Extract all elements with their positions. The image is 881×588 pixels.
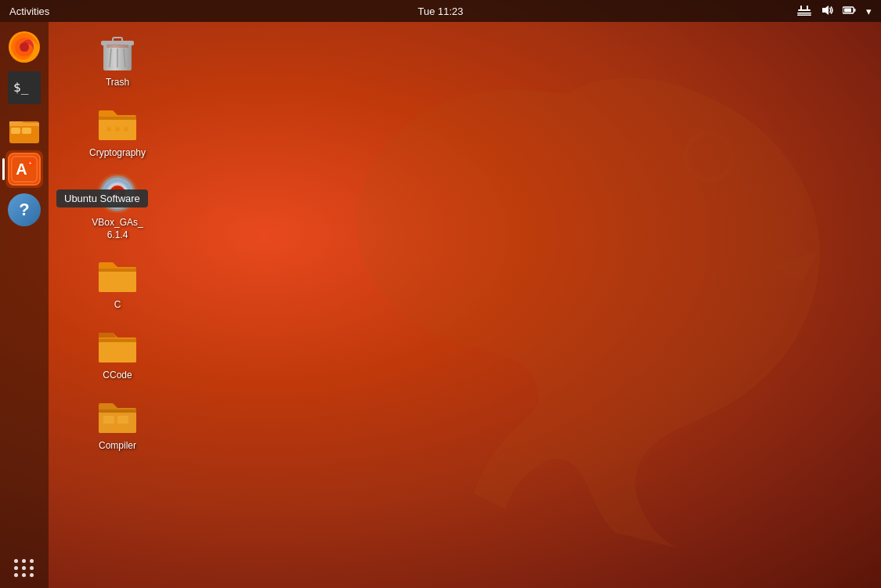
ubuntu-software-icon: A + [8,153,41,186]
battery-icon[interactable] [839,4,860,19]
svg-rect-16 [9,123,39,126]
trash-label: Trash [106,77,129,89]
compiler-folder-icon-item[interactable]: Compiler [78,391,157,457]
svg-rect-17 [11,128,20,134]
vbox-gas-icon-item[interactable]: VBox_GAs_6.1.4 [78,168,157,246]
trash-icon-item[interactable]: Trash [78,28,157,94]
svg-rect-2 [800,5,802,10]
svg-rect-3 [807,5,808,10]
svg-rect-1 [798,9,811,11]
svg-point-32 [107,127,111,132]
svg-rect-9 [854,9,856,12]
ccode-folder-icon-image [97,326,138,366]
volume-icon[interactable] [818,3,836,20]
c-folder-icon-item[interactable]: C [78,251,157,316]
cryptography-icon-image [97,103,138,144]
files-icon [8,112,41,145]
dock: $_ A + ? [0,22,49,588]
svg-rect-41 [103,416,114,424]
svg-point-40 [115,191,121,197]
compiler-folder-icon-image [97,396,138,437]
bird-silhouette [301,31,834,548]
help-icon: ? [8,193,41,226]
cryptography-icon-item[interactable]: Cryptography [78,99,157,164]
svg-text:A: A [16,161,27,178]
ccode-folder-label: CCode [103,370,132,382]
svg-rect-8 [844,8,851,12]
svg-rect-4 [797,13,811,14]
dock-item-ubuntu-software[interactable]: A + [5,150,43,188]
vbox-gas-label: VBox_GAs_6.1.4 [92,217,143,241]
vbox-gas-icon-image [97,173,138,214]
network-icon[interactable] [794,3,814,20]
dock-item-firefox[interactable] [5,28,43,66]
trash-icon-image [97,33,138,74]
dock-item-help[interactable]: ? [5,191,43,229]
svg-point-34 [124,127,128,132]
svg-rect-30 [113,38,122,42]
svg-text:+: + [28,160,31,167]
ccode-folder-icon-item[interactable]: CCode [78,321,157,387]
svg-rect-31 [107,45,128,48]
svg-marker-6 [822,5,829,15]
cryptography-label: Cryptography [89,147,146,160]
svg-point-12 [20,42,29,52]
svg-text:$_: $_ [13,80,29,95]
svg-rect-5 [797,14,811,16]
compiler-folder-label: Compiler [99,440,136,453]
clock: Tue 11:23 [417,5,463,17]
activities-button[interactable]: Activities [0,0,59,22]
svg-rect-18 [22,128,31,134]
c-folder-icon-image [97,255,138,296]
svg-point-33 [115,127,120,132]
dock-item-files[interactable] [5,110,43,147]
firefox-icon [8,31,41,63]
system-menu-icon[interactable]: ▾ [863,4,875,19]
desktop-icons-area: Trash Cryptography [55,22,180,460]
dock-item-terminal[interactable]: $_ [5,69,43,106]
show-applications-button[interactable] [11,556,38,580]
top-panel: Activities Tue 11:23 [0,0,881,22]
svg-rect-42 [117,416,128,424]
terminal-icon: $_ [8,71,41,104]
panel-right-icons: ▾ [794,3,881,20]
c-folder-label: C [114,299,121,312]
